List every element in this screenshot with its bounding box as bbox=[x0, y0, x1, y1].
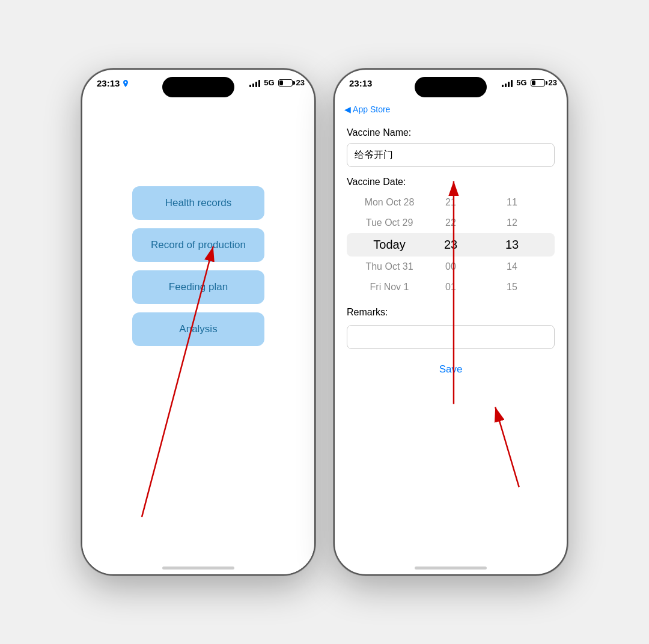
date-row-0[interactable]: Mon Oct 28 21 11 bbox=[347, 192, 555, 213]
remarks-input[interactable] bbox=[347, 325, 555, 349]
date-m-0: 11 bbox=[481, 197, 543, 208]
status-time-2: 23:13 bbox=[349, 78, 372, 88]
date-h-3: 00 bbox=[420, 261, 481, 272]
vaccine-name-input[interactable] bbox=[347, 143, 555, 167]
date-day-0: Mon Oct 28 bbox=[359, 197, 420, 208]
status-time-1: 23:13 bbox=[97, 78, 129, 88]
home-indicator-2 bbox=[415, 567, 487, 570]
menu-container: Health records Record of production Feed… bbox=[82, 102, 314, 346]
save-button[interactable]: Save bbox=[439, 363, 463, 375]
status-right-2: 5G 23 bbox=[502, 78, 557, 87]
date-day-4: Fri Nov 1 bbox=[359, 282, 420, 293]
date-h-1: 22 bbox=[420, 217, 481, 228]
date-day-3: Thu Oct 31 bbox=[359, 261, 420, 272]
network-label-2: 5G bbox=[516, 78, 526, 87]
date-row-1[interactable]: Tue Oct 29 22 12 bbox=[347, 213, 555, 233]
phone-2: 23:13 5G 23 ◀ App Store Vaccine Name: Va… bbox=[334, 68, 568, 576]
signal-bars-1 bbox=[249, 79, 260, 87]
remarks-label: Remarks: bbox=[347, 307, 555, 318]
date-m-1: 12 bbox=[481, 217, 543, 228]
date-row-3[interactable]: Thu Oct 31 00 14 bbox=[347, 257, 555, 277]
date-h-2: 23 bbox=[420, 238, 481, 252]
battery-icon-1 bbox=[278, 79, 293, 87]
date-m-3: 14 bbox=[481, 261, 543, 272]
home-indicator-1 bbox=[162, 567, 234, 570]
phone2-form: Vaccine Name: Vaccine Date: Mon Oct 28 2… bbox=[335, 118, 567, 574]
date-picker[interactable]: Mon Oct 28 21 11 Tue Oct 29 22 12 Today … bbox=[347, 192, 555, 297]
location-icon bbox=[122, 80, 129, 87]
date-h-0: 21 bbox=[420, 197, 481, 208]
status-right-1: 5G 23 bbox=[249, 78, 305, 87]
menu-btn-health[interactable]: Health records bbox=[132, 186, 264, 220]
battery-icon-2 bbox=[531, 79, 545, 87]
menu-btn-analysis[interactable]: Analysis bbox=[132, 312, 264, 346]
menu-btn-feeding[interactable]: Feeding plan bbox=[132, 270, 264, 304]
date-h-4: 01 bbox=[420, 282, 481, 293]
battery-pct-2: 23 bbox=[549, 78, 557, 87]
battery-pct-1: 23 bbox=[296, 78, 305, 87]
date-m-2: 13 bbox=[481, 238, 543, 252]
back-nav-2[interactable]: ◀ App Store bbox=[344, 105, 390, 114]
date-row-2[interactable]: Today 23 13 bbox=[347, 233, 555, 257]
date-day-2: Today bbox=[359, 238, 420, 252]
date-picker-rows: Mon Oct 28 21 11 Tue Oct 29 22 12 Today … bbox=[347, 192, 555, 297]
network-label-1: 5G bbox=[264, 78, 274, 87]
vaccine-date-label: Vaccine Date: bbox=[347, 177, 555, 187]
date-day-1: Tue Oct 29 bbox=[359, 217, 420, 228]
dynamic-island-2 bbox=[415, 77, 487, 97]
date-row-4[interactable]: Fri Nov 1 01 15 bbox=[347, 277, 555, 297]
vaccine-name-label: Vaccine Name: bbox=[347, 127, 555, 138]
phone1-content: Health records Record of production Feed… bbox=[82, 102, 314, 574]
signal-bars-2 bbox=[502, 79, 513, 87]
menu-btn-production[interactable]: Record of production bbox=[132, 228, 264, 262]
date-m-4: 15 bbox=[481, 282, 543, 293]
dynamic-island-1 bbox=[162, 77, 234, 97]
phone-1: 23:13 5G 23 ◀ App Store Health reco bbox=[81, 68, 315, 576]
